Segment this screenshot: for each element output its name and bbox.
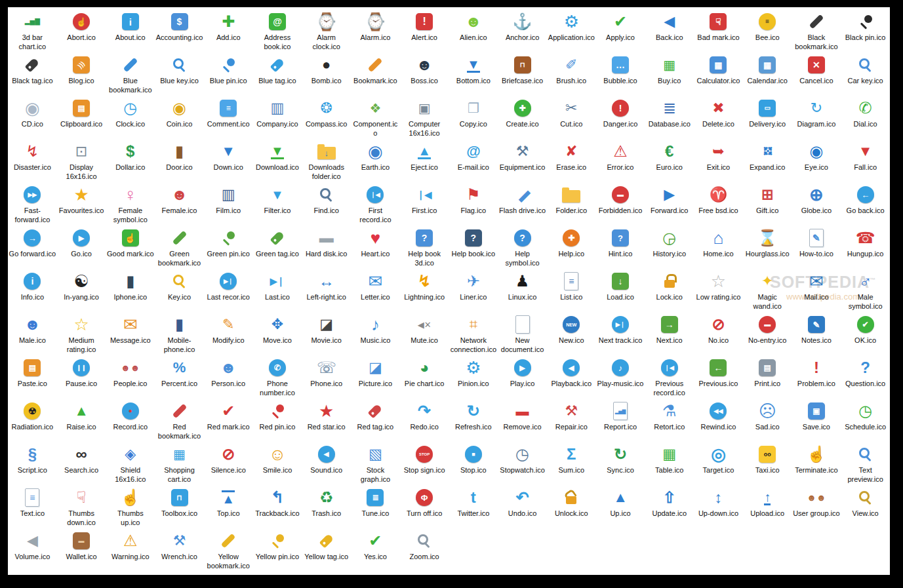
file-item[interactable]: ▲Top.ico	[204, 486, 253, 530]
file-item[interactable]: !Problem.ico	[792, 357, 841, 400]
file-item[interactable]: ☝Thumbs up.ico	[106, 486, 155, 530]
file-item[interactable]: ≡List.ico	[547, 270, 596, 313]
file-item[interactable]: Red pin.ico	[253, 400, 302, 443]
file-item[interactable]: ↑Upload.ico	[743, 486, 792, 530]
file-item[interactable]: ↯Lightning.ico	[400, 270, 449, 313]
file-item[interactable]: Red tag.ico	[351, 400, 400, 443]
file-item[interactable]: ≣Tune.ico	[351, 486, 400, 530]
file-item[interactable]: ❘◀First record.ico	[351, 184, 400, 227]
file-item[interactable]: ⌗Network connection.ico	[449, 313, 498, 357]
file-item[interactable]: ▶Forward.ico	[645, 184, 694, 227]
file-item[interactable]: ✉Mail.ico	[792, 270, 841, 313]
file-item[interactable]: Lock.ico	[645, 270, 694, 313]
file-item[interactable]: ↷Redo.ico	[400, 400, 449, 443]
file-item[interactable]: ▶▶Fast-forward.ico	[8, 184, 57, 227]
file-item[interactable]: ?Help symbol.ico	[498, 227, 547, 270]
file-item[interactable]: ?Help book.ico	[449, 227, 498, 270]
file-item[interactable]: ♈Free bsd.ico	[694, 184, 743, 227]
file-item[interactable]: ooTaxi.ico	[743, 443, 792, 486]
file-item[interactable]: ▤Clipboard.ico	[57, 97, 106, 140]
file-item[interactable]: ◀Playback.ico	[547, 357, 596, 400]
file-item[interactable]: ▼Download.ico	[253, 140, 302, 184]
file-item[interactable]: ☻Boss.ico	[400, 54, 449, 97]
file-item[interactable]: iInfo.ico	[8, 270, 57, 313]
file-item[interactable]: Car key.ico	[841, 54, 890, 97]
file-item[interactable]: ✔Yes.ico	[351, 530, 400, 573]
file-item[interactable]: ▣Computer 16x16.ico	[400, 97, 449, 140]
file-item[interactable]: ☎Hungup.ico	[841, 227, 890, 270]
file-item[interactable]: ◶History.ico	[645, 227, 694, 270]
file-item[interactable]: ◀Sound.ico	[302, 443, 351, 486]
file-item[interactable]: ◉CD.ico	[8, 97, 57, 140]
file-item[interactable]: ☹Sad.ico	[743, 400, 792, 443]
file-item[interactable]: ▭Delivery.ico	[743, 97, 792, 140]
file-item[interactable]: ✈Liner.ico	[449, 270, 498, 313]
file-item[interactable]: §Script.ico	[8, 443, 57, 486]
file-item[interactable]: ⚗Retort.ico	[645, 400, 694, 443]
file-item[interactable]: ★Red star.ico	[302, 400, 351, 443]
file-item[interactable]: !Danger.ico	[596, 97, 645, 140]
file-item[interactable]: ✔Red mark.ico	[204, 400, 253, 443]
file-item[interactable]: ☻Alien.ico	[449, 10, 498, 54]
file-item[interactable]: ↻Refresh.ico	[449, 400, 498, 443]
file-item[interactable]: ▬Hard disk.ico	[302, 227, 351, 270]
file-item[interactable]: ♪Play-music.ico	[596, 357, 645, 400]
file-item[interactable]: ↻Diagram.ico	[792, 97, 841, 140]
file-item[interactable]: ☟Thumbs down.ico	[57, 486, 106, 530]
file-item[interactable]: ▣Save.ico	[792, 400, 841, 443]
file-item[interactable]: $Accounting.ico	[155, 10, 204, 54]
file-item[interactable]: ▶❘Next track.ico	[596, 313, 645, 357]
file-item[interactable]: NEWNew.ico	[547, 313, 596, 357]
file-item[interactable]: ▼Filter.ico	[253, 184, 302, 227]
file-item[interactable]: ☻Female.ico	[155, 184, 204, 227]
file-item[interactable]: ⊓Briefcase.ico	[498, 54, 547, 97]
file-item[interactable]: ♀Female symbol.ico	[106, 184, 155, 227]
file-item[interactable]: ☝Terminate.ico	[792, 443, 841, 486]
file-item[interactable]: ≡Bee.ico	[743, 10, 792, 54]
file-item[interactable]: ❘◀Previous record.ico	[645, 357, 694, 400]
file-item[interactable]: %Percent.ico	[155, 357, 204, 400]
file-item[interactable]: ←Go back.ico	[841, 184, 890, 227]
file-item[interactable]: ▬Forbidden.ico	[596, 184, 645, 227]
file-item[interactable]: ↻Sync.ico	[596, 443, 645, 486]
file-item[interactable]: ↯Disaster.ico	[8, 140, 57, 184]
file-item[interactable]: ⚙Application.ico	[547, 10, 596, 54]
file-item[interactable]: ▶Go.ico	[57, 227, 106, 270]
file-item[interactable]: ✥Expand.ico	[743, 140, 792, 184]
file-item[interactable]: ✘Erase.ico	[547, 140, 596, 184]
file-item[interactable]: Blue pin.ico	[204, 54, 253, 97]
file-item[interactable]: ▲Up.ico	[596, 486, 645, 530]
file-item[interactable]: ◉Earth.ico	[351, 140, 400, 184]
file-item[interactable]: ◀◀Rewind.ico	[694, 400, 743, 443]
file-item[interactable]: ★Favourites.ico	[57, 184, 106, 227]
file-item[interactable]: ▼Fall.ico	[841, 140, 890, 184]
file-item[interactable]: Yellow bookmark.ico	[204, 530, 253, 573]
file-item[interactable]: ⊡Display 16x16.ico	[57, 140, 106, 184]
file-item[interactable]: ▼Bottom.ico	[449, 54, 498, 97]
file-item[interactable]: ⚒Equipment.ico	[498, 140, 547, 184]
file-item[interactable]: ⊕Globe.ico	[792, 184, 841, 227]
file-item[interactable]: ◎Target.ico	[694, 443, 743, 486]
file-item[interactable]: ☟Bad mark.ico	[694, 10, 743, 54]
file-item[interactable]: ←Previous.ico	[694, 357, 743, 400]
file-item[interactable]: ✚Create.ico	[498, 97, 547, 140]
file-item[interactable]: ☻Male.ico	[8, 313, 57, 357]
file-item[interactable]: ☆Medium rating.ico	[57, 313, 106, 357]
file-item[interactable]: ✆Dial.ico	[841, 97, 890, 140]
file-item[interactable]: ☝Good mark.ico	[106, 227, 155, 270]
file-item[interactable]: Unlock.ico	[547, 486, 596, 530]
file-item[interactable]: ▦Table.ico	[645, 443, 694, 486]
file-item[interactable]: ▬No-entry.ico	[743, 313, 792, 357]
file-item[interactable]: ●Bomb.ico	[302, 54, 351, 97]
file-item[interactable]: ◀Back.ico	[645, 10, 694, 54]
file-item[interactable]: ♥Heart.ico	[351, 227, 400, 270]
file-item[interactable]: Blue key.ico	[155, 54, 204, 97]
file-item[interactable]: ◉Coin.ico	[155, 97, 204, 140]
file-item[interactable]: ▥Film.ico	[204, 184, 253, 227]
file-item[interactable]: ⌛Hourglass.ico	[743, 227, 792, 270]
file-item[interactable]: ✆Phone number.ico	[253, 357, 302, 400]
file-item[interactable]: ☻Person.ico	[204, 357, 253, 400]
file-item[interactable]: ▂▅▇Report.ico	[596, 400, 645, 443]
file-item[interactable]: →Next.ico	[645, 313, 694, 357]
file-item[interactable]: New document.ico	[498, 313, 547, 357]
